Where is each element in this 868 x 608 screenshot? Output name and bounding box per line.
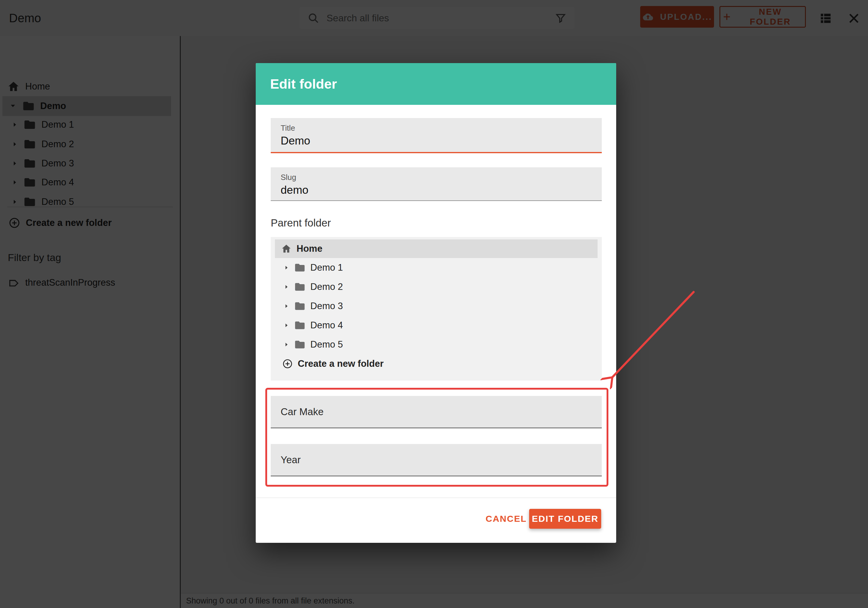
dialog-header: Edit folder — [256, 63, 616, 105]
cancel-button[interactable]: CANCEL — [481, 509, 531, 529]
year-field[interactable] — [271, 444, 602, 476]
slug-field-label: Slug — [281, 173, 296, 182]
tree-item-label: Demo 4 — [310, 320, 343, 331]
caret-right-icon[interactable] — [284, 323, 289, 328]
folder-icon — [294, 320, 305, 331]
tree-item-demo2[interactable]: Demo 2 — [275, 277, 598, 297]
plus-circle-icon — [282, 358, 293, 369]
caret-right-icon[interactable] — [284, 284, 289, 289]
file-manager-screen: Demo UPLOAD... — [0, 0, 868, 608]
title-field-label: Title — [281, 123, 295, 133]
tree-item-demo5[interactable]: Demo 5 — [275, 335, 598, 354]
slug-field[interactable]: Slug — [271, 167, 602, 201]
folder-icon — [294, 281, 305, 292]
tree-item-label: Demo 2 — [310, 281, 343, 292]
folder-icon — [294, 339, 305, 350]
car-make-input[interactable] — [281, 396, 590, 428]
tree-item-label: Home — [296, 243, 322, 254]
home-icon — [281, 243, 292, 254]
car-make-field[interactable] — [271, 396, 602, 428]
title-input[interactable] — [281, 133, 590, 149]
caret-right-icon[interactable] — [284, 303, 289, 309]
slug-input[interactable] — [281, 182, 590, 198]
year-input[interactable] — [281, 444, 590, 476]
tree-item-label: Create a new folder — [298, 358, 384, 369]
edit-folder-dialog: Edit folder Title Slug Parent folder Hom… — [256, 63, 616, 543]
edit-folder-submit-button[interactable]: EDIT FOLDER — [529, 509, 601, 529]
caret-right-icon[interactable] — [284, 342, 289, 347]
folder-icon — [294, 262, 305, 274]
tree-item-demo4[interactable]: Demo 4 — [275, 316, 598, 335]
title-field[interactable]: Title — [271, 118, 602, 153]
tree-item-label: Demo 3 — [310, 301, 343, 311]
parent-folder-label: Parent folder — [271, 217, 331, 229]
tree-item-demo3[interactable]: Demo 3 — [275, 297, 598, 316]
footer-divider — [256, 498, 616, 498]
caret-right-icon[interactable] — [284, 265, 289, 271]
tree-item-label: Demo 1 — [310, 262, 343, 273]
dialog-title: Edit folder — [270, 63, 337, 105]
tree-item-demo1[interactable]: Demo 1 — [275, 258, 598, 277]
tree-item-home-selected[interactable]: Home — [275, 239, 598, 258]
folder-icon — [294, 300, 305, 312]
parent-folder-tree: Home Demo 1 Demo 2 Demo 3 Demo 4 — [271, 237, 602, 381]
tree-create-folder[interactable]: Create a new folder — [275, 354, 598, 373]
tree-item-label: Demo 5 — [310, 339, 343, 350]
